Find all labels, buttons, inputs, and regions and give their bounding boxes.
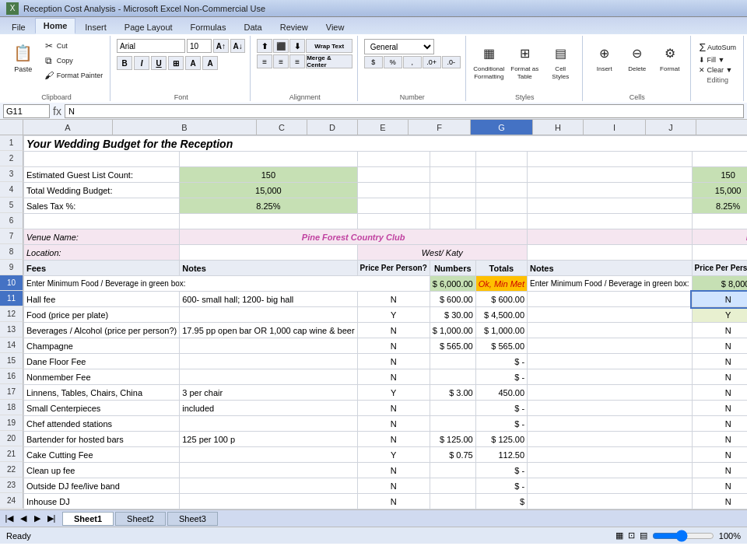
row-num-19[interactable]: 19 [0,415,23,431]
cell-a11[interactable]: Hall fee [24,292,180,307]
cell-b13[interactable]: 17.95 pp open bar OR 1,000 cap wine & be… [180,323,357,338]
cell-f10[interactable]: Enter Minimum Food / Beverage in green b… [528,276,693,292]
nav-prev-sheet[interactable]: ◀ [17,513,30,523]
cell-c13[interactable]: N [357,323,430,338]
format-as-table-button[interactable]: ⊞ Format as Table [507,39,542,82]
cell-e5[interactable] [475,198,527,214]
col-header-a[interactable]: A [23,120,113,135]
cell-e20[interactable]: $ 125.00 [475,432,527,447]
cell-c4[interactable] [357,183,430,198]
fill-color-button[interactable]: A [185,56,201,70]
cell-c18[interactable]: N [357,401,430,416]
cell-a4[interactable]: Total Wedding Budget: [24,183,180,198]
row-num-7[interactable]: 7 [0,229,23,244]
cell-e15[interactable]: $ - [475,354,527,369]
cell-c8-merged[interactable]: West/ Katy [357,245,527,261]
cell-c17[interactable]: Y [357,385,430,401]
clear-button[interactable]: ✕ Clear ▼ [696,65,738,75]
cell-g15[interactable]: N [692,354,747,369]
cell-c15[interactable]: N [357,354,430,369]
normal-view-button[interactable]: ▦ [615,530,623,541]
cell-e16[interactable]: $ - [475,369,527,385]
cell-f15[interactable] [528,354,693,369]
cell-a10-merged[interactable]: Enter Minimum Food / Beverage in green b… [24,276,430,292]
row-num-17[interactable]: 17 [0,384,23,400]
cell-d22[interactable] [430,463,475,478]
border-button[interactable]: ⊞ [168,56,184,70]
align-middle-button[interactable]: ⬛ [273,39,289,53]
cell-d2[interactable] [430,152,475,167]
cell-g6[interactable] [692,214,747,229]
cell-e22[interactable]: $ - [475,463,527,478]
currency-button[interactable]: $ [364,56,383,68]
tab-file[interactable]: File [3,19,34,34]
increase-font-button[interactable]: A↑ [213,39,229,53]
cell-d18[interactable] [430,401,475,416]
cell-g2[interactable] [692,152,747,167]
cell-f11[interactable] [528,292,693,307]
row-num-20[interactable]: 20 [0,431,23,446]
nav-first-sheet[interactable]: |◀ [3,513,16,523]
tab-data[interactable]: Data [235,19,270,34]
paste-button[interactable]: 📋 Paste [8,39,39,75]
row-num-15[interactable]: 15 [0,353,23,369]
cell-g22[interactable]: N [692,463,747,478]
nav-last-sheet[interactable]: ▶| [45,513,58,523]
row-num-24[interactable]: 24 [0,493,23,509]
sheet-tab-2[interactable]: Sheet2 [115,512,166,526]
cell-a7[interactable]: Venue Name: [24,229,180,245]
cell-e18[interactable]: $ - [475,401,527,416]
number-format-select[interactable]: General [364,39,434,54]
cell-b19[interactable] [180,416,357,432]
align-right-button[interactable]: ≡ [289,54,305,68]
cell-a3[interactable]: Estimated Guest List Count: [24,167,180,183]
row-num-8[interactable]: 8 [0,244,23,260]
cell-e4[interactable] [475,183,527,198]
cell-g8[interactable] [692,245,747,261]
cell-g10[interactable]: $ 8,000.00 [692,276,747,292]
cell-f7[interactable] [528,229,693,245]
page-break-view-button[interactable]: ▤ [640,530,647,541]
cell-d19[interactable] [430,416,475,432]
cell-g11[interactable]: N [692,292,747,307]
cell-b2[interactable] [180,152,357,167]
cut-button[interactable]: ✂ Cut [40,39,106,53]
cell-b11[interactable]: 600- small hall; 1200- big hall [180,292,357,307]
cell-f14[interactable] [528,338,693,354]
cell-e21[interactable]: 112.50 [475,447,527,463]
cell-a13[interactable]: Beverages / Alcohol (price per person?) [24,323,180,338]
cell-a17[interactable]: Linnens, Tables, Chairs, China [24,385,180,401]
sheet-tab-1[interactable]: Sheet1 [62,512,114,526]
cell-b8[interactable] [180,245,357,261]
row-num-2[interactable]: 2 [0,151,23,166]
insert-button[interactable]: ⊕ Insert [589,39,620,74]
cell-reference-box[interactable] [3,104,50,118]
cell-c3[interactable] [357,167,430,183]
bold-button[interactable]: B [117,56,132,70]
cell-c22[interactable]: N [357,463,430,478]
comma-button[interactable]: , [403,56,422,68]
cell-a19[interactable]: Chef attended stations [24,416,180,432]
cell-b12[interactable] [180,307,357,323]
col-header-d[interactable]: D [307,120,358,135]
cell-a20[interactable]: Bartender for hosted bars [24,432,180,447]
row-num-21[interactable]: 21 [0,446,23,462]
cell-c6[interactable] [357,214,430,229]
cell-f6[interactable] [528,214,693,229]
font-color-button[interactable]: A [202,56,218,70]
cell-a23[interactable]: Outside DJ fee/live band [24,478,180,494]
cell-d23[interactable] [430,478,475,494]
cell-d24[interactable] [430,494,475,509]
cell-f24[interactable] [528,494,693,509]
cell-f8[interactable] [528,245,693,261]
cell-e19[interactable]: $ - [475,416,527,432]
cell-e9[interactable]: Totals [475,261,527,276]
cell-a22[interactable]: Clean up fee [24,463,180,478]
cell-b4[interactable]: 15,000 [180,183,357,198]
increase-decimal-button[interactable]: .0+ [423,56,441,68]
nav-next-sheet[interactable]: ▶ [31,513,44,523]
italic-button[interactable]: I [134,56,149,70]
cell-g9[interactable]: Price Per Person? [692,261,747,276]
cell-c2[interactable] [357,152,430,167]
row-num-13[interactable]: 13 [0,322,23,338]
